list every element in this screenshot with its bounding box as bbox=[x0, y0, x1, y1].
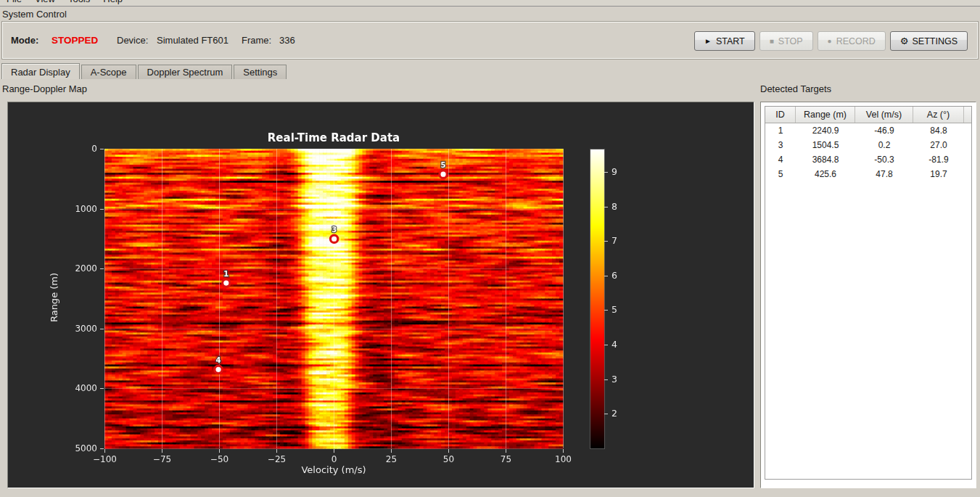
table-header-row: ID Range (m) Vel (m/s) Az (°) bbox=[765, 107, 971, 123]
start-button[interactable]: ► START bbox=[694, 31, 755, 51]
system-control-group-label: System Control bbox=[2, 9, 67, 20]
column-header-filler bbox=[964, 107, 971, 123]
target-cell: 2240.9 bbox=[796, 123, 855, 138]
device-value: Simulated FT601 bbox=[157, 35, 228, 46]
column-header-az[interactable]: Az (°) bbox=[913, 107, 964, 123]
range-doppler-map-label: Range-Doppler Map bbox=[2, 83, 87, 94]
tab-radar-display[interactable]: Radar Display bbox=[1, 63, 80, 79]
plot-xaxis-label: Velocity (m/s) bbox=[104, 464, 563, 475]
column-header-id[interactable]: ID bbox=[765, 107, 796, 123]
column-header-range[interactable]: Range (m) bbox=[796, 107, 855, 123]
target-cell: 1504.5 bbox=[796, 138, 855, 152]
target-cell: -50.3 bbox=[855, 152, 913, 167]
detected-targets-table: ID Range (m) Vel (m/s) Az (°) 12240.9-46… bbox=[765, 106, 972, 480]
target-cell: 1 bbox=[765, 123, 796, 138]
table-body: 12240.9-46.984.831504.50.227.043684.8-50… bbox=[765, 123, 971, 181]
target-row[interactable]: 31504.50.227.0 bbox=[765, 138, 971, 152]
frame-value: 336 bbox=[279, 35, 295, 46]
control-button-row: ► START ■ STOP ● RECORD ⚙ SETTINGS bbox=[694, 31, 968, 51]
target-cell: 19.7 bbox=[913, 167, 964, 181]
mode-label: Mode: bbox=[11, 35, 38, 46]
column-header-vel[interactable]: Vel (m/s) bbox=[855, 107, 913, 123]
menu-tools[interactable]: Tools bbox=[62, 0, 96, 7]
range-doppler-canvas bbox=[8, 102, 754, 488]
target-row[interactable]: 43684.8-50.3-81.9 bbox=[765, 152, 971, 167]
mode-value: STOPPED bbox=[52, 35, 98, 46]
tab-a-scope[interactable]: A-Scope bbox=[81, 65, 136, 79]
tab-settings[interactable]: Settings bbox=[234, 65, 287, 79]
target-cell: 4 bbox=[765, 152, 796, 167]
plot-title: Real-Time Radar Data bbox=[104, 131, 563, 144]
menu-bar: File View Tools Help bbox=[0, 0, 980, 7]
target-row[interactable]: 12240.9-46.984.8 bbox=[765, 123, 971, 138]
frame-label: Frame: bbox=[242, 35, 271, 46]
target-cell: -46.9 bbox=[855, 123, 913, 138]
target-cell: 84.8 bbox=[913, 123, 964, 138]
detected-targets-label: Detected Targets bbox=[760, 83, 831, 94]
range-doppler-plot-panel: Real-Time Radar Data Velocity (m/s) Rang… bbox=[7, 102, 754, 488]
detected-targets-panel: ID Range (m) Vel (m/s) Az (°) 12240.9-46… bbox=[760, 102, 976, 488]
gear-icon: ⚙ bbox=[900, 36, 909, 46]
stop-icon: ■ bbox=[770, 37, 774, 45]
target-cell: 3684.8 bbox=[796, 152, 855, 167]
menu-file[interactable]: File bbox=[0, 0, 28, 7]
stop-button[interactable]: ■ STOP bbox=[759, 31, 813, 51]
record-dot-icon: ● bbox=[828, 37, 832, 45]
target-cell: -81.9 bbox=[913, 152, 964, 167]
tab-doppler-spectrum[interactable]: Doppler Spectrum bbox=[138, 65, 233, 79]
device-label: Device: bbox=[117, 35, 148, 46]
target-cell: 47.8 bbox=[855, 167, 913, 181]
menu-view[interactable]: View bbox=[28, 0, 62, 7]
target-cell: 0.2 bbox=[855, 138, 913, 152]
target-cell: 27.0 bbox=[913, 138, 964, 152]
target-cell: 5 bbox=[765, 167, 796, 181]
system-control-groupbox: Mode: STOPPED Device: Simulated FT601 Fr… bbox=[1, 21, 979, 59]
target-cell: 3 bbox=[765, 138, 796, 152]
target-row[interactable]: 5425.647.819.7 bbox=[765, 167, 971, 181]
plot-yaxis-label: Range (m) bbox=[49, 254, 60, 341]
tab-bar: Radar Display A-Scope Doppler Spectrum S… bbox=[1, 63, 288, 79]
target-cell: 425.6 bbox=[796, 167, 855, 181]
play-icon: ► bbox=[704, 37, 712, 45]
menu-help[interactable]: Help bbox=[96, 0, 129, 7]
settings-button[interactable]: ⚙ SETTINGS bbox=[890, 31, 968, 51]
record-button[interactable]: ● RECORD bbox=[818, 31, 886, 51]
